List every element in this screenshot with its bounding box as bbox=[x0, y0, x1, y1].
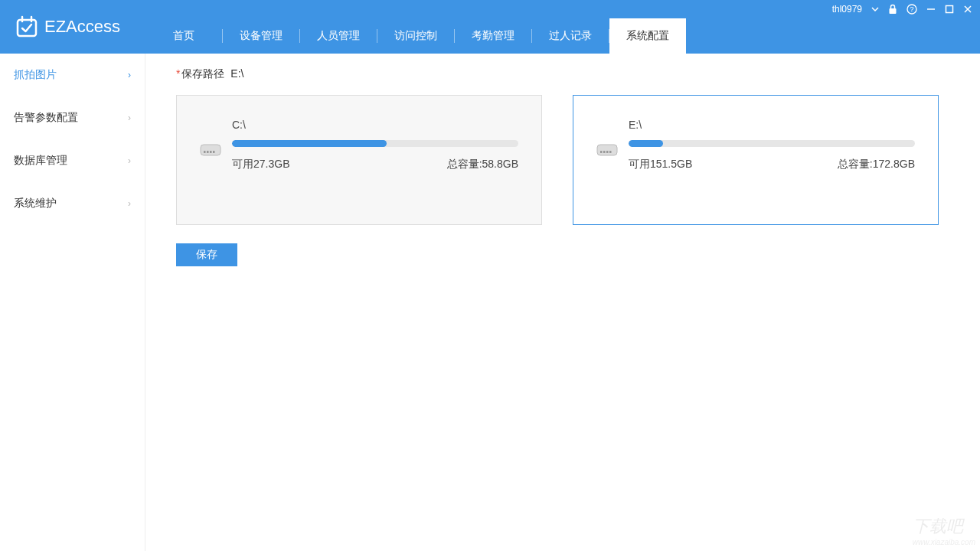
sidebar-item-label: 告警参数配置 bbox=[14, 111, 78, 125]
capacity-bar bbox=[629, 140, 915, 147]
nav-tab[interactable]: 访问控制 bbox=[377, 18, 454, 54]
drive-stats: 可用27.3GB总容量:58.8GB bbox=[232, 158, 518, 171]
lock-icon[interactable] bbox=[888, 4, 897, 15]
chevron-down-icon[interactable] bbox=[871, 5, 879, 13]
nav-tab[interactable]: 系统配置 bbox=[609, 18, 686, 54]
svg-rect-3 bbox=[890, 8, 897, 14]
save-button[interactable]: 保存 bbox=[176, 243, 237, 266]
svg-rect-10 bbox=[201, 145, 220, 155]
sidebar-item[interactable]: 抓拍图片› bbox=[0, 54, 145, 96]
svg-rect-7 bbox=[946, 6, 953, 13]
chevron-right-icon: › bbox=[128, 112, 131, 123]
drive-card[interactable]: E:\可用151.5GB总容量:172.8GB bbox=[573, 95, 939, 225]
drive-name: E:\ bbox=[629, 119, 915, 131]
brand: EZAccess bbox=[0, 0, 145, 54]
capacity-bar-fill bbox=[629, 140, 663, 147]
svg-rect-13 bbox=[210, 151, 212, 153]
svg-rect-12 bbox=[207, 151, 209, 153]
svg-rect-15 bbox=[597, 145, 617, 155]
save-path-label: 保存路径 bbox=[181, 67, 224, 80]
svg-rect-18 bbox=[606, 151, 609, 153]
save-path-row: *保存路径 E:\ bbox=[176, 67, 949, 81]
chevron-right-icon: › bbox=[128, 198, 131, 209]
help-icon[interactable]: ? bbox=[906, 4, 917, 15]
required-star-icon: * bbox=[176, 67, 180, 80]
capacity-bar-fill bbox=[232, 140, 387, 147]
harddrive-icon bbox=[200, 142, 221, 157]
drive-stats: 可用151.5GB总容量:172.8GB bbox=[629, 158, 915, 171]
drive-body: E:\可用151.5GB总容量:172.8GB bbox=[629, 119, 915, 171]
drive-body: C:\可用27.3GB总容量:58.8GB bbox=[232, 119, 518, 171]
header-right: thl0979 ? 首页设备管理人员管理访问控制考勤管理过人记录系统配置 bbox=[145, 0, 980, 54]
save-path-value: E:\ bbox=[230, 67, 243, 80]
maximize-button[interactable] bbox=[945, 5, 954, 14]
app-header: EZAccess thl0979 ? 首页设备管理人员管理访问控制考勤管理 bbox=[0, 0, 980, 54]
svg-rect-19 bbox=[609, 151, 612, 153]
capacity-bar bbox=[232, 140, 518, 147]
brand-name: EZAccess bbox=[44, 17, 120, 37]
sidebar-item[interactable]: 数据库管理› bbox=[0, 139, 145, 182]
svg-rect-14 bbox=[213, 151, 215, 153]
drive-cards: C:\可用27.3GB总容量:58.8GBE:\可用151.5GB总容量:172… bbox=[176, 95, 949, 225]
svg-text:?: ? bbox=[910, 5, 913, 13]
sidebar: 抓拍图片›告警参数配置›数据库管理›系统维护› bbox=[0, 54, 145, 551]
main-content: *保存路径 E:\ C:\可用27.3GB总容量:58.8GBE:\可用151.… bbox=[145, 54, 980, 551]
sidebar-item[interactable]: 系统维护› bbox=[0, 182, 145, 225]
sidebar-item-label: 系统维护 bbox=[14, 197, 57, 210]
drive-name: C:\ bbox=[232, 119, 518, 131]
drive-total: 总容量:58.8GB bbox=[447, 158, 518, 171]
minimize-button[interactable] bbox=[926, 5, 936, 14]
svg-rect-16 bbox=[600, 151, 603, 153]
nav-tab[interactable]: 考勤管理 bbox=[455, 18, 531, 54]
drive-free: 可用151.5GB bbox=[629, 158, 692, 171]
harddrive-icon bbox=[596, 142, 618, 157]
close-button[interactable] bbox=[963, 5, 972, 14]
nav-tab[interactable]: 首页 bbox=[145, 18, 222, 54]
chevron-right-icon: › bbox=[128, 70, 131, 80]
drive-free: 可用27.3GB bbox=[232, 158, 289, 171]
chevron-right-icon: › bbox=[128, 155, 131, 166]
nav-tab[interactable]: 设备管理 bbox=[223, 18, 299, 54]
current-user[interactable]: thl0979 bbox=[832, 4, 862, 15]
main-nav-tabs: 首页设备管理人员管理访问控制考勤管理过人记录系统配置 bbox=[145, 18, 980, 54]
sidebar-item-label: 数据库管理 bbox=[14, 154, 67, 168]
drive-total: 总容量:172.8GB bbox=[838, 158, 915, 171]
nav-tab[interactable]: 人员管理 bbox=[300, 18, 377, 54]
window-titlebar: thl0979 ? bbox=[145, 0, 980, 18]
sidebar-item-label: 抓拍图片 bbox=[14, 68, 57, 82]
drive-card[interactable]: C:\可用27.3GB总容量:58.8GB bbox=[176, 95, 542, 225]
svg-rect-0 bbox=[18, 20, 36, 36]
nav-tab[interactable]: 过人记录 bbox=[532, 18, 609, 54]
svg-rect-17 bbox=[603, 151, 606, 153]
svg-rect-11 bbox=[204, 151, 206, 153]
sidebar-item[interactable]: 告警参数配置› bbox=[0, 96, 145, 139]
calendar-check-icon bbox=[15, 15, 38, 38]
